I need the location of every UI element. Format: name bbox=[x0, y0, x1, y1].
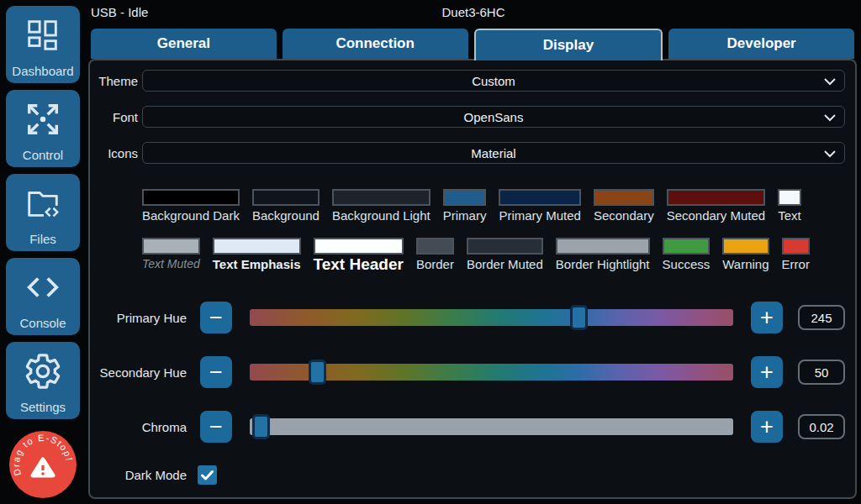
color-swatch bbox=[663, 238, 710, 255]
dark-mode-checkbox[interactable] bbox=[198, 465, 217, 485]
icons-value: Material bbox=[471, 146, 515, 160]
machine-title: Duet3-6HC bbox=[86, 5, 861, 19]
estop-button[interactable]: Drag to E-Stop! bbox=[9, 431, 77, 498]
chroma-handle[interactable] bbox=[252, 414, 270, 439]
dark-mode-label: Dark Mode bbox=[97, 468, 187, 482]
color-swatch bbox=[314, 238, 404, 255]
swatch-text-muted: Text Muted bbox=[142, 238, 200, 271]
color-swatch bbox=[142, 238, 200, 255]
dashboard-icon bbox=[24, 6, 62, 64]
swatch-border: Border bbox=[416, 238, 454, 271]
sidebar-item-label: Files bbox=[29, 232, 56, 247]
chroma-slider[interactable] bbox=[250, 418, 733, 435]
color-swatch bbox=[499, 189, 581, 206]
sidebar-item-settings[interactable]: Settings bbox=[6, 342, 80, 419]
chevron-down-icon bbox=[823, 113, 837, 122]
swatch-border-muted: Border Muted bbox=[467, 238, 543, 271]
secondary-hue-decrement-button[interactable]: − bbox=[200, 356, 232, 388]
secondary-hue-label: Secondary Hue bbox=[97, 365, 187, 380]
swatch-error: Error bbox=[782, 238, 810, 271]
sidebar-item-dashboard[interactable]: Dashboard bbox=[6, 6, 80, 83]
swatch-warning: Warning bbox=[722, 238, 769, 271]
secondary-hue-increment-button[interactable]: + bbox=[751, 356, 783, 388]
swatch-secondary-muted: Secondary Muted bbox=[667, 189, 766, 223]
sidebar-item-files[interactable]: Files bbox=[6, 174, 80, 251]
check-icon bbox=[201, 470, 214, 480]
chroma-track[interactable] bbox=[250, 418, 733, 435]
color-swatch bbox=[142, 189, 240, 206]
color-swatch bbox=[782, 238, 810, 255]
sidebar-item-label: Console bbox=[19, 316, 66, 331]
color-swatch bbox=[778, 189, 801, 206]
primary-hue-handle[interactable] bbox=[570, 305, 588, 330]
dark-mode-row: Dark Mode bbox=[97, 465, 845, 485]
primary-hue-label: Primary Hue bbox=[97, 311, 187, 325]
swatch-success: Success bbox=[663, 238, 710, 271]
color-swatch bbox=[722, 238, 769, 255]
secondary-hue-row: Secondary Hue − + 50 bbox=[97, 356, 845, 388]
chevron-down-icon bbox=[823, 150, 837, 158]
theme-label: Theme bbox=[97, 74, 138, 88]
chevron-down-icon bbox=[823, 77, 837, 86]
secondary-hue-handle[interactable] bbox=[309, 360, 326, 385]
chroma-value[interactable]: 0.02 bbox=[798, 414, 845, 439]
tab-display[interactable]: Display bbox=[474, 29, 663, 60]
chroma-label: Chroma bbox=[97, 420, 187, 434]
chroma-row: Chroma − + 0.02 bbox=[97, 411, 845, 443]
chroma-increment-button[interactable]: + bbox=[751, 411, 783, 443]
swatch-text-header: Text Header bbox=[314, 238, 404, 271]
chroma-decrement-button[interactable]: − bbox=[200, 411, 232, 443]
code-brackets-icon bbox=[23, 258, 63, 316]
color-swatch bbox=[667, 189, 766, 206]
sidebar-item-label: Settings bbox=[20, 400, 66, 415]
color-swatch bbox=[332, 189, 430, 206]
slider-section: Primary Hue − + 245 Secondary Hue − + 50… bbox=[97, 302, 845, 485]
primary-hue-slider[interactable] bbox=[250, 309, 733, 326]
sidebar: Dashboard Control Files bbox=[0, 0, 86, 504]
font-value: OpenSans bbox=[464, 110, 524, 124]
sidebar-item-console[interactable]: Console bbox=[6, 258, 80, 335]
sidebar-item-label: Dashboard bbox=[12, 64, 73, 79]
secondary-hue-value[interactable]: 50 bbox=[798, 360, 845, 385]
font-select[interactable]: OpenSans bbox=[142, 106, 845, 128]
color-swatch bbox=[443, 189, 487, 206]
color-swatch bbox=[213, 238, 301, 255]
color-swatch bbox=[252, 189, 320, 206]
gear-icon bbox=[24, 342, 62, 400]
icons-row: Icons Material bbox=[97, 142, 845, 164]
swatch-primary-muted: Primary Muted bbox=[499, 189, 581, 223]
swatch-border-highlight: Border Hightlight bbox=[556, 238, 650, 271]
swatch-text: Text bbox=[778, 189, 801, 223]
expand-arrows-icon bbox=[24, 90, 62, 148]
swatch-primary: Primary bbox=[443, 189, 487, 223]
theme-value: Custom bbox=[472, 74, 515, 88]
display-settings-panel: Theme Custom Font OpenSans Icons Materia… bbox=[88, 59, 857, 499]
secondary-hue-slider[interactable] bbox=[250, 364, 733, 381]
swatch-text-emphasis: Text Emphasis bbox=[213, 238, 301, 271]
folder-code-icon bbox=[23, 174, 63, 232]
swatch-background-dark: Background Dark bbox=[142, 189, 240, 223]
swatch-row-2: Text Muted Text Emphasis Text Header Bor… bbox=[142, 238, 845, 271]
primary-hue-value[interactable]: 245 bbox=[798, 305, 845, 330]
swatch-secondary: Secondary bbox=[594, 189, 654, 223]
theme-select[interactable]: Custom bbox=[142, 70, 845, 92]
primary-hue-decrement-button[interactable]: − bbox=[200, 302, 232, 333]
icons-select[interactable]: Material bbox=[142, 142, 845, 164]
swatch-background: Background bbox=[252, 189, 320, 223]
primary-hue-increment-button[interactable]: + bbox=[751, 302, 783, 333]
swatch-background-light: Background Light bbox=[332, 189, 430, 223]
tab-connection[interactable]: Connection bbox=[283, 29, 468, 59]
tab-developer[interactable]: Developer bbox=[668, 29, 854, 59]
font-row: Font OpenSans bbox=[97, 106, 845, 128]
color-swatch bbox=[416, 238, 454, 255]
connection-status: USB - Idle bbox=[91, 5, 148, 19]
icons-label: Icons bbox=[97, 146, 138, 160]
color-swatch bbox=[467, 238, 543, 255]
color-swatch bbox=[594, 189, 654, 206]
swatch-row-1: Background Dark Background Background Li… bbox=[142, 189, 845, 223]
hue-gradient-track[interactable] bbox=[250, 309, 733, 326]
sidebar-item-control[interactable]: Control bbox=[6, 90, 80, 167]
primary-hue-row: Primary Hue − + 245 bbox=[97, 302, 845, 333]
tab-general[interactable]: General bbox=[91, 29, 277, 59]
sidebar-item-label: Control bbox=[23, 148, 63, 163]
